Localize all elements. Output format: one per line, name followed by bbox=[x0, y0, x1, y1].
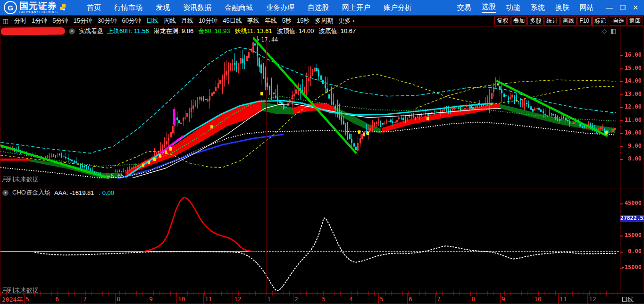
sub-axis-tick bbox=[620, 236, 623, 236]
nav-item-自选股[interactable]: 自选股 bbox=[308, 3, 329, 12]
sub-panel-title: CHO资金入场 bbox=[12, 188, 50, 197]
month-separator bbox=[266, 294, 266, 304]
toolbar-button-统计[interactable]: 统计 bbox=[544, 17, 560, 25]
sub-axis-tick bbox=[620, 203, 623, 204]
sub-axis-label-15000: 15000 bbox=[609, 232, 642, 238]
field-波顶值: 波顶值: 14.00 bbox=[277, 27, 314, 34]
toolbar-button-复权[interactable]: 复权 bbox=[494, 17, 510, 25]
period-月线[interactable]: 月线 bbox=[181, 17, 193, 25]
period-45日线[interactable]: 45日线 bbox=[223, 17, 242, 25]
nav-item-系统[interactable]: 系统 bbox=[531, 3, 545, 12]
toolbar-button-F10[interactable]: F10 bbox=[577, 17, 592, 25]
nav-item-首页[interactable]: 首页 bbox=[87, 3, 101, 12]
main-chart-header: ▾ 实战看盘 上轨60H: 11.56潜龙在渊: 9.86金60: 10.93妖… bbox=[0, 26, 620, 36]
date-axis[interactable]: 2024年 日线 56789101112123456789101112 bbox=[0, 293, 644, 304]
split-panel-icon[interactable]: ◧ bbox=[611, 27, 616, 34]
period-30分钟[interactable]: 30分钟 bbox=[98, 17, 117, 25]
nav-item-功能[interactable]: 功能 bbox=[506, 3, 520, 12]
collapse-chevron-icon[interactable]: ▾ bbox=[69, 28, 75, 34]
nav-item-交易[interactable]: 交易 bbox=[457, 3, 471, 12]
restore-button[interactable]: ❐ bbox=[620, 4, 626, 11]
main-axis-label-10.00: 10.00 bbox=[609, 129, 642, 136]
nav-item-网上开户[interactable]: 网上开户 bbox=[342, 3, 370, 12]
nav-item-金融商城[interactable]: 金融商城 bbox=[225, 3, 253, 12]
main-axis-minor-tick bbox=[620, 114, 621, 114]
toolbar-button-返回[interactable]: 返回 bbox=[627, 17, 643, 25]
nav-item-业务办理[interactable]: 业务办理 bbox=[266, 3, 294, 12]
month-label-7: 7 bbox=[437, 296, 441, 303]
period-多周期[interactable]: 多周期 bbox=[315, 17, 334, 25]
close-button[interactable]: ✕ bbox=[633, 4, 638, 11]
period-分时[interactable]: 分时 bbox=[14, 17, 26, 25]
period-1分钟[interactable]: 1分钟 bbox=[32, 17, 47, 25]
month-separator bbox=[348, 294, 348, 304]
toolbar-button-标记[interactable]: 标记 bbox=[592, 17, 608, 25]
period-15分钟[interactable]: 15分钟 bbox=[73, 17, 92, 25]
collapse-chevron-icon[interactable]: ▾ bbox=[2, 190, 8, 196]
main-axis-label-12.00: 12.00 bbox=[609, 103, 642, 110]
top-navigation-bar: G 国元证券 GUOYUAN SECURITIES 首页行情市场发现资讯数据金融… bbox=[0, 0, 644, 15]
main-axis-label-11.00: 11.00 bbox=[609, 117, 642, 123]
nav-item-换肤[interactable]: 换肤 bbox=[555, 3, 569, 12]
period-年线[interactable]: 年线 bbox=[265, 17, 277, 25]
period-周线[interactable]: 周线 bbox=[164, 17, 176, 25]
month-separator bbox=[378, 294, 379, 304]
toolbar-button-多股[interactable]: 多股 bbox=[527, 17, 544, 25]
main-axis-tick bbox=[620, 81, 623, 82]
sub-chart-header: ▾ CHO资金入场 AAA: -1619.81: 0.00 bbox=[0, 188, 620, 197]
month-separator bbox=[24, 294, 25, 304]
main-menu: 首页行情市场发现资讯数据金融商城业务办理自选股网上开户账户分析 bbox=[78, 3, 412, 12]
rocket-pixels-icon bbox=[59, 3, 68, 12]
main-axis-tick bbox=[620, 146, 623, 147]
sub-indicator-values: AAA: -1619.81: 0.00 bbox=[54, 189, 119, 196]
month-label-5: 5 bbox=[25, 296, 29, 303]
month-label-12: 12 bbox=[589, 296, 596, 303]
period-日线[interactable]: 日线 bbox=[146, 17, 159, 25]
indicator-values: 上轨60H: 11.56潜龙在渊: 9.86金60: 10.93妖线11: 13… bbox=[107, 27, 360, 35]
month-label-8: 8 bbox=[117, 296, 120, 303]
sub-chart-canvas[interactable] bbox=[0, 197, 620, 293]
year-label: 2024年 bbox=[2, 296, 23, 304]
toolbar-button-画线[interactable]: 画线 bbox=[560, 17, 577, 25]
period-10分钟[interactable]: 10分钟 bbox=[199, 17, 217, 25]
nav-item-选股[interactable]: 选股 bbox=[482, 2, 496, 13]
period-60分钟[interactable]: 60分钟 bbox=[122, 17, 141, 25]
weekly-ticks bbox=[0, 294, 620, 296]
month-label-4: 4 bbox=[349, 296, 353, 303]
main-axis-label-14.00: 14.00 bbox=[609, 77, 642, 84]
sub-axis-label-45000: 45000 bbox=[609, 200, 642, 206]
layout-panel-icon[interactable]: ◫ bbox=[0, 16, 11, 26]
nav-item-发现[interactable]: 发现 bbox=[156, 3, 170, 12]
nav-item-行情市场[interactable]: 行情市场 bbox=[114, 3, 142, 12]
period-季线[interactable]: 季线 bbox=[247, 17, 259, 25]
month-label-10: 10 bbox=[178, 296, 185, 303]
period-5分钟[interactable]: 5分钟 bbox=[52, 17, 68, 25]
toolbar-button-叠加[interactable]: 叠加 bbox=[511, 17, 527, 25]
period-更多 ›[interactable]: 更多 › bbox=[339, 17, 355, 25]
toolbar-buttons: 复权叠加多股统计画线F10标记-自选返回 bbox=[494, 17, 644, 25]
main-chart-canvas[interactable] bbox=[0, 36, 620, 188]
main-axis-tick bbox=[620, 55, 623, 56]
main-axis-label-16.00: 16.00 bbox=[609, 51, 642, 58]
period-5秒[interactable]: 5秒 bbox=[282, 17, 292, 25]
nav-item-资讯数据[interactable]: 资讯数据 bbox=[183, 3, 211, 12]
month-separator bbox=[533, 294, 533, 304]
month-label-10: 10 bbox=[534, 296, 542, 303]
field-妖线11: 妖线11: 13.61 bbox=[234, 27, 272, 34]
field-上轨60H: 上轨60H: 11.56 bbox=[107, 27, 149, 34]
month-label-6: 6 bbox=[55, 296, 59, 303]
month-label-11: 11 bbox=[560, 296, 567, 303]
toolbar-button--自选[interactable]: -自选 bbox=[609, 17, 627, 25]
main-panel-title: 实战看盘 bbox=[79, 27, 103, 35]
main-axis-minor-tick bbox=[620, 101, 621, 101]
minimize-button[interactable]: — bbox=[606, 4, 613, 11]
window-controls: —❐✕ bbox=[606, 4, 638, 11]
main-axis-label-8.00: 8.00 bbox=[609, 155, 642, 162]
year-gridline bbox=[266, 36, 267, 293]
main-axis-minor-tick bbox=[620, 62, 621, 62]
nav-item-网站[interactable]: 网站 bbox=[580, 3, 594, 12]
period-15秒[interactable]: 15秒 bbox=[297, 17, 309, 25]
diamond-marker-icon[interactable]: ◇ bbox=[602, 27, 607, 34]
nav-item-账户分析[interactable]: 账户分析 bbox=[384, 3, 412, 12]
month-separator bbox=[82, 294, 82, 304]
